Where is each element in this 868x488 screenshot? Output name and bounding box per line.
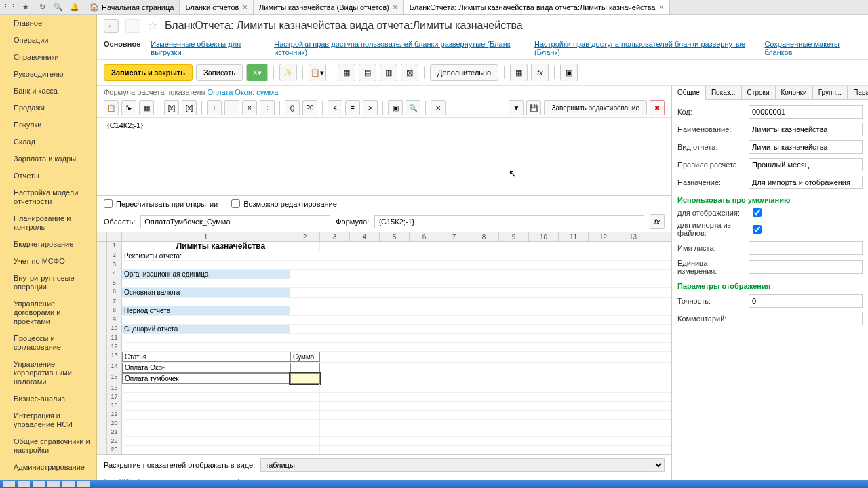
rp-tab-4[interactable]: Групп... (813, 86, 848, 99)
back-button[interactable]: ← (104, 19, 119, 33)
formula-input[interactable] (374, 215, 644, 228)
ft-minus-icon[interactable]: − (224, 100, 239, 115)
sidebar-item-2[interactable]: Справочники (0, 49, 96, 66)
editable-checkbox[interactable]: Возможно редактирование (231, 199, 337, 208)
ft-x2-icon[interactable]: [x] (182, 100, 197, 115)
tab-close-icon[interactable]: × (658, 2, 664, 12)
fx-cell-button[interactable]: fx (650, 214, 665, 229)
ft-parens-icon[interactable]: () (285, 100, 300, 115)
taskbar[interactable] (0, 480, 868, 488)
extra-button[interactable]: Дополнительно (430, 64, 498, 81)
ft-x1-icon[interactable]: [x] (164, 100, 179, 115)
sidebar-item-9[interactable]: Отчеты (0, 167, 96, 184)
sidebar-item-8[interactable]: Зарплата и кадры (0, 150, 96, 167)
sidebar-item-1[interactable]: Операции (0, 32, 96, 49)
rp-tab-2[interactable]: Строки (742, 86, 776, 99)
sidebar-item-0[interactable]: Главное (0, 15, 96, 32)
grid1-button[interactable]: ▦ (338, 64, 355, 81)
sidebar-item-14[interactable]: Внутригрупповые операции (0, 270, 96, 296)
save-button[interactable]: Записать (196, 64, 243, 81)
ft-div-icon[interactable]: ÷ (260, 100, 275, 115)
favorite-star-icon[interactable]: ☆ (147, 18, 158, 33)
grid2-button[interactable]: ▤ (359, 64, 376, 81)
rp-tab-1[interactable]: Показ... (706, 86, 742, 99)
ft-plus-icon[interactable]: + (207, 100, 222, 115)
display-mode-select[interactable]: таблицы (260, 458, 665, 472)
home-tab[interactable]: 🏠 Начальная страница (84, 0, 180, 14)
sidebar-item-15[interactable]: Управление договорами и проектами (0, 296, 96, 330)
prec-field[interactable] (749, 294, 863, 308)
sidebar-item-21[interactable]: Администрирование (0, 459, 96, 476)
apps-icon[interactable]: ⋮⋮ (1, 1, 18, 14)
sidebar-item-5[interactable]: Продажи (0, 100, 96, 117)
sidebar-item-17[interactable]: Управление корпоративными налогами (0, 356, 96, 390)
ft-close-icon[interactable]: ✖ (650, 100, 665, 115)
comment-field[interactable] (749, 312, 863, 325)
recalc-checkbox[interactable]: Пересчитывать при открытии (104, 199, 218, 208)
section-link-2[interactable]: Настройки прав доступа пользователей бла… (274, 40, 524, 56)
ft-save-icon[interactable]: 💾 (526, 100, 541, 115)
tab-0[interactable]: Бланки отчетов× (180, 0, 254, 14)
spreadsheet[interactable]: 123456789101112131Лимиты казначейства2Ре… (97, 232, 671, 454)
sidebar-item-3[interactable]: Руководителю (0, 66, 96, 83)
grid4-button[interactable]: ▧ (401, 64, 418, 81)
ft-fx-icon[interactable]: f▸ (121, 100, 136, 115)
bell-icon[interactable]: 🔔 (66, 1, 83, 14)
search-icon[interactable]: 🔍 (50, 1, 66, 14)
rp-tab-5[interactable]: Пара... (848, 86, 868, 99)
name-field[interactable] (749, 123, 863, 136)
save-close-button[interactable]: Записать и закрыть (104, 64, 193, 81)
ft-mult-icon[interactable]: × (242, 100, 257, 115)
sidebar-item-4[interactable]: Банк и касса (0, 83, 96, 100)
area-input[interactable] (140, 215, 330, 228)
fx-button[interactable]: fx (531, 64, 549, 81)
sidebar-item-6[interactable]: Покупки (0, 117, 96, 134)
unit-field[interactable] (749, 260, 863, 274)
purpose-field[interactable] (749, 176, 863, 189)
ft-zoom-icon[interactable]: 🔍 (406, 100, 420, 115)
tab-close-icon[interactable]: × (242, 2, 248, 12)
ft-paste-icon[interactable]: 📋 (104, 100, 119, 115)
tab-1[interactable]: Лимиты казначейства (Виды отчетов)× (254, 0, 404, 14)
tab-2[interactable]: БланкОтчета: Лимиты казначейства вида от… (404, 0, 670, 14)
section-link-1[interactable]: Измененные объекты для выгрузки (151, 40, 264, 56)
ft-gt-icon[interactable]: > (363, 100, 378, 115)
ft-help-icon[interactable]: ?0 (302, 100, 317, 115)
rule-field[interactable] (749, 158, 863, 171)
tab-close-icon[interactable]: × (393, 2, 398, 12)
ft-win-icon[interactable]: ▣ (388, 100, 403, 115)
excel-button[interactable]: X▾ (246, 64, 268, 81)
sidebar-item-7[interactable]: Склад (0, 134, 96, 150)
rp-tab-0[interactable]: Общие (672, 86, 706, 100)
magic-button[interactable]: ✨ (279, 64, 297, 81)
sidebar-item-18[interactable]: Бизнес-анализ (0, 390, 96, 407)
tool-a-button[interactable]: ▦ (510, 64, 528, 81)
code-field[interactable] (749, 105, 863, 119)
history-icon[interactable]: ↻ (34, 1, 50, 14)
copy-button[interactable]: 📋▾ (309, 64, 326, 81)
ft-table-icon[interactable]: ▦ (139, 100, 154, 115)
ft-del-icon[interactable]: ✕ (431, 100, 446, 115)
section-link-4[interactable]: Сохраненные макеты бланков (764, 40, 861, 56)
sidebar-item-20[interactable]: Общие справочники и настройки (0, 433, 96, 459)
tool-b-button[interactable]: ▣ (560, 64, 578, 81)
section-link-0[interactable]: Основное (104, 40, 140, 56)
ft-lt-icon[interactable]: < (328, 100, 342, 115)
section-link-3[interactable]: Настройки прав доступа пользователей бла… (534, 40, 754, 56)
type-field[interactable] (749, 140, 863, 154)
formula-editor[interactable]: {С14К2;-1} (97, 118, 671, 196)
sidebar-item-13[interactable]: Учет по МСФО (0, 253, 96, 270)
sheet-field[interactable] (749, 241, 863, 255)
star-icon[interactable]: ★ (18, 1, 34, 14)
sidebar-item-12[interactable]: Бюджетирование (0, 236, 96, 253)
forward-button[interactable]: → (125, 19, 140, 33)
sidebar-item-11[interactable]: Планирование и контроль (0, 210, 96, 236)
finish-edit-button[interactable]: Завершить редактирование (544, 100, 647, 115)
ft-eq-icon[interactable]: = (345, 100, 360, 115)
sidebar-item-19[interactable]: Интеграция и управление НСИ (0, 407, 96, 433)
rp-tab-3[interactable]: Колонки (776, 86, 813, 99)
ft-filter-icon[interactable]: ▼ (509, 100, 524, 115)
sidebar-item-16[interactable]: Процессы и согласование (0, 330, 96, 356)
sidebar-item-10[interactable]: Настройка модели отчетности (0, 184, 96, 210)
grid3-button[interactable]: ▥ (380, 64, 397, 81)
